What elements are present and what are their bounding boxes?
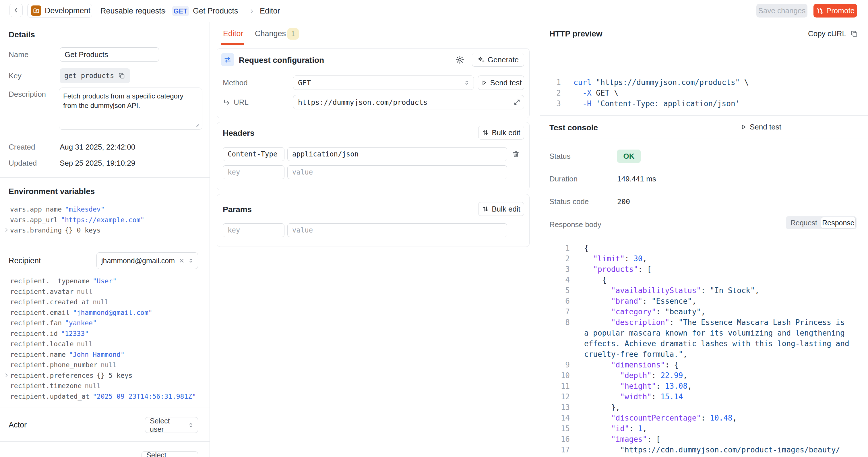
header-value-input[interactable] <box>287 147 507 161</box>
project-name: Development <box>45 6 90 15</box>
variable-value: {} 0 keys <box>65 226 101 234</box>
method-select[interactable]: GET <box>293 75 474 90</box>
expand-icon[interactable] <box>514 99 520 105</box>
recipient-select[interactable]: jhammond@gmail.com <box>96 252 198 269</box>
variable-row: recipient.name"John Hammond" <box>9 349 207 360</box>
curl-preview: 1curl "https://dummyjson.com/products" \… <box>540 45 868 116</box>
tab-editor[interactable]: Editor <box>223 22 243 45</box>
breadcrumb-request-name[interactable]: Get Products <box>193 0 238 22</box>
variable-key: vars.app_url <box>10 216 58 224</box>
headers-title: Headers <box>223 129 255 138</box>
updated-value: Sep 25 2025, 19:10:29 <box>60 156 135 170</box>
code-line: 9 "dimensions": { <box>540 359 868 370</box>
clear-icon[interactable] <box>178 257 185 264</box>
code-line: 3 "products": [ <box>540 264 868 274</box>
console-send-test-button[interactable]: Send test <box>740 116 781 139</box>
resize-handle-icon[interactable] <box>193 121 200 128</box>
variable-value: "https://example.com" <box>61 216 144 224</box>
variable-row: recipient.updated_at"2025-09-23T14:56:31… <box>9 391 207 402</box>
project-switcher[interactable]: Development <box>27 4 92 18</box>
code-line: 15 "id": 1, <box>540 423 868 434</box>
chevron-right-icon <box>161 8 167 14</box>
env-vars-title: Environment variables <box>9 187 95 196</box>
preview-pane: HTTP preview Copy cURL 1curl "https://du… <box>540 22 868 457</box>
copy-curl-button[interactable]: Copy cURL <box>808 22 858 45</box>
bulk-edit-icon <box>482 129 489 136</box>
variable-key: recipient.name <box>10 351 66 358</box>
code-line: 3 -H 'Content-Type: application/json' <box>540 98 868 109</box>
header-value-input-empty[interactable] <box>287 165 507 179</box>
header-key-input[interactable] <box>223 147 284 161</box>
back-button[interactable] <box>9 4 23 17</box>
variable-row: vars.app_url"https://example.com" <box>9 215 207 225</box>
copy-icon[interactable] <box>118 72 125 80</box>
code-line: 12 "width": 15.14 <box>540 391 868 402</box>
header-key-input-empty[interactable] <box>223 165 284 179</box>
name-input[interactable] <box>60 48 159 62</box>
description-textarea[interactable]: Fetch products from a specific category … <box>59 88 203 130</box>
variable-key: recipient.avatar <box>10 288 74 295</box>
variable-value: null <box>93 298 108 306</box>
divider <box>0 242 210 242</box>
code-line: 10 "depth": 22.99, <box>540 370 868 380</box>
code-line: 1curl "https://dummyjson.com/products" \ <box>540 77 868 88</box>
http-preview-title: HTTP preview <box>549 29 602 38</box>
chevron-left-icon <box>12 7 20 14</box>
generate-button[interactable]: Generate <box>472 53 524 67</box>
chevrons-up-down-icon[interactable] <box>187 257 194 264</box>
trash-icon[interactable] <box>512 150 520 158</box>
breadcrumb-reusable-requests[interactable]: Reusable requests <box>100 0 165 22</box>
code-line: 1{ <box>540 243 868 253</box>
variable-value: "jhammond@gmail.com" <box>73 309 152 316</box>
toggle-response[interactable]: Response <box>821 217 856 228</box>
actor-select[interactable]: Select user <box>145 417 198 433</box>
variable-key: recipient.preferences <box>10 372 94 379</box>
expand-chevron-icon[interactable] <box>3 372 10 378</box>
save-changes-button[interactable]: Save changes <box>756 4 807 18</box>
send-test-button[interactable]: Send test <box>478 75 524 90</box>
toggle-request[interactable]: Request <box>787 217 821 228</box>
tab-changes[interactable]: Changes <box>255 22 286 45</box>
http-preview-header: HTTP preview Copy cURL <box>540 22 868 45</box>
variable-key: vars.app_name <box>10 206 62 213</box>
params-card: Params Bulk edit <box>217 194 530 247</box>
code-line: essence-mascara-lash-princess/1.webp" <box>540 455 868 457</box>
changes-count-badge: 1 <box>287 28 299 40</box>
variable-row: recipient.timezonenull <box>9 380 207 391</box>
recipient-label: Recipient <box>9 252 41 269</box>
request-configuration-card: Request configuration Generate Method GE… <box>217 48 530 118</box>
param-value-input[interactable] <box>287 223 507 237</box>
gear-icon[interactable] <box>455 55 464 64</box>
chevrons-up-down-icon <box>187 422 194 429</box>
variable-value: "12333" <box>61 330 89 337</box>
breadcrumb-editor[interactable]: Editor <box>260 0 280 22</box>
target-select[interactable]: Select tenant <box>142 451 198 457</box>
expand-chevron-icon[interactable] <box>3 227 10 233</box>
divider <box>0 177 210 178</box>
status-code-label: Status code <box>549 195 589 208</box>
copy-icon <box>850 30 858 38</box>
code-line: 16 "images": [ <box>540 434 868 445</box>
variable-value: {} 5 keys <box>97 372 133 379</box>
param-key-input[interactable] <box>223 223 284 237</box>
tabs-bar: Editor Changes 1 <box>210 22 540 45</box>
variable-key: recipient.email <box>10 309 70 316</box>
code-line: cruelty-free formula.", <box>540 349 868 359</box>
variable-value: null <box>85 382 100 390</box>
variable-row: vars.branding{} 0 keys <box>9 225 207 236</box>
params-bulk-edit-button[interactable]: Bulk edit <box>478 202 524 216</box>
promote-button[interactable]: Promote <box>813 4 857 18</box>
url-input[interactable]: https://dummyjson.com/products <box>293 95 524 110</box>
variable-value: "2025-09-23T14:56:31.981Z" <box>93 393 196 400</box>
code-line: 17 "https://cdn.dummyjson.com/product-im… <box>540 445 868 455</box>
variable-value: null <box>77 288 93 295</box>
curl-code: 1curl "https://dummyjson.com/products" \… <box>540 77 868 109</box>
created-label: Created <box>9 141 35 154</box>
variable-key: recipient.id <box>10 330 58 337</box>
code-line: a popular mascara known for its volumizi… <box>540 328 868 338</box>
variable-row: recipient.__typename"User" <box>9 276 207 286</box>
headers-bulk-edit-button[interactable]: Bulk edit <box>478 126 524 140</box>
params-title: Params <box>223 205 252 214</box>
variable-row: recipient.phone_numbernull <box>9 360 207 370</box>
code-line: 13 }, <box>540 402 868 413</box>
